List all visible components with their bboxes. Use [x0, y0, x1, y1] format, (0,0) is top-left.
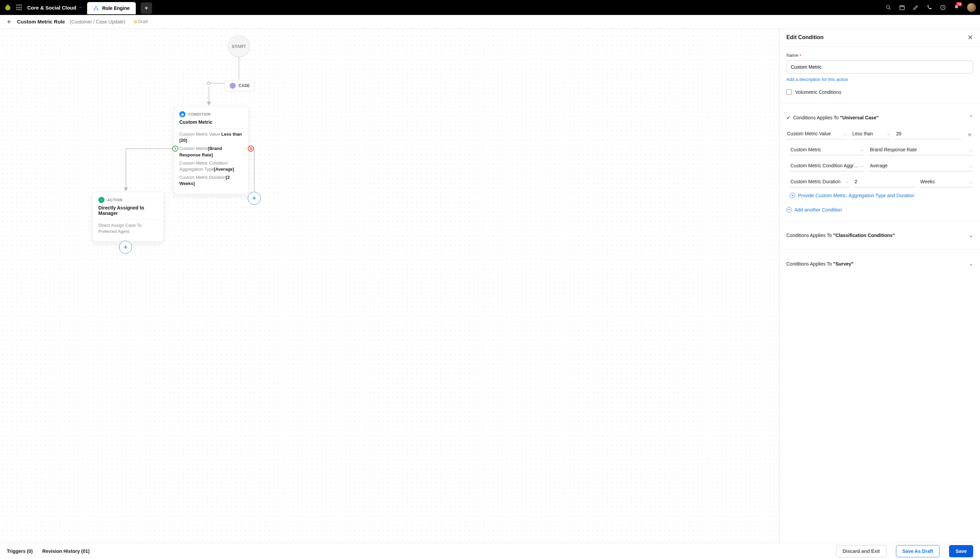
arrow-icon: → [98, 197, 104, 203]
workspace-name: Core & Social Cloud [27, 5, 76, 10]
divider [179, 128, 243, 129]
cond-line: Custom Metric Condition Aggregation Type… [179, 160, 243, 172]
tab-rule-engine[interactable]: Rule Engine [87, 2, 136, 14]
close-panel-button[interactable]: ✕ [967, 33, 973, 41]
back-button[interactable] [5, 18, 12, 25]
hierarchy-icon [93, 5, 99, 11]
edit-icon[interactable] [913, 5, 919, 10]
aggregation-value-select[interactable]: Average⌄ [869, 160, 973, 171]
svg-point-2 [97, 9, 98, 10]
add-node-button[interactable]: + [119, 241, 132, 254]
yes-branch: Y [172, 146, 178, 152]
duration-unit-select[interactable]: Weeks⌄ [920, 176, 973, 187]
svg-text:?: ? [942, 6, 944, 9]
cond-line: Custom Metric[Brand Response Rate] [179, 146, 243, 158]
calendar-icon[interactable] [899, 5, 905, 10]
cond-line: Custom Metric Value Less than [20] [179, 131, 243, 144]
metric-select[interactable]: Custom Metric⌄ [790, 144, 864, 155]
plus-icon: + [786, 207, 792, 213]
edit-condition-panel: Edit Condition ✕ Name• Add a description… [779, 28, 980, 542]
name-input[interactable] [786, 61, 973, 73]
topnav-actions: ? 74 [885, 3, 976, 12]
user-avatar[interactable] [967, 3, 976, 12]
field-select[interactable]: Custom Metric Value⌄ [786, 128, 847, 139]
panel-title: Edit Condition [786, 34, 824, 40]
condition-title: Custom Metric [179, 119, 243, 125]
page-meta: (Customer / Case Update) [70, 19, 125, 25]
operator-select[interactable]: Less than⌄ [852, 128, 891, 139]
svg-point-3 [886, 5, 889, 8]
triggers-tab[interactable]: Triggers (0) [7, 549, 33, 554]
connector-dot [207, 82, 210, 85]
app-logo [4, 4, 12, 11]
case-node[interactable]: CASE [225, 80, 255, 91]
volumetric-label: Volumetric Conditions [795, 89, 841, 95]
tab-label: Rule Engine [102, 5, 129, 11]
metric-value-select[interactable]: Brand Response Rate⌄ [869, 144, 973, 155]
section-universal-case[interactable]: ✓ Conditions Applies To "Universal Case"… [786, 111, 973, 123]
case-icon [230, 83, 236, 89]
name-label: Name• [786, 53, 973, 58]
phone-icon[interactable] [926, 5, 932, 10]
notifications-button[interactable]: 74 [953, 4, 960, 11]
no-branch: N [248, 146, 254, 152]
save-draft-button[interactable]: Save As Draft [896, 545, 940, 557]
condition-node[interactable]: ◆CONDITION Custom Metric Custom Metric V… [174, 106, 249, 194]
notification-badge: 74 [956, 2, 962, 7]
rule-canvas[interactable]: START CASE ◆CONDITION Custom Metric Cust… [0, 28, 779, 542]
svg-point-0 [96, 6, 97, 7]
cond-line: Custom Metric Duration[2 Weeks] [179, 174, 243, 187]
status-dot-icon [134, 20, 137, 23]
duration-number-input[interactable] [854, 176, 915, 187]
section-survey[interactable]: Conditions Applies To "Survey" ⌄ [786, 258, 973, 270]
add-node-button[interactable]: + [248, 192, 260, 205]
chevron-up-icon: ⌃ [969, 114, 973, 121]
search-icon[interactable] [885, 5, 892, 10]
app-switcher-icon[interactable] [17, 5, 22, 10]
plus-icon: + [790, 193, 795, 198]
add-condition-link[interactable]: +Add another Condition [786, 207, 973, 213]
chevron-down-icon: ⌄ [969, 232, 973, 238]
workspace-selector[interactable]: Core & Social Cloud [27, 5, 82, 10]
add-tab-button[interactable]: + [141, 2, 152, 14]
discard-button[interactable]: Discard and Exit [836, 545, 886, 557]
node-type-label: ◆CONDITION [179, 111, 243, 117]
connector-lines [0, 28, 779, 542]
add-description-link[interactable]: Add a description for this action [786, 77, 848, 82]
save-button[interactable]: Save [949, 545, 973, 557]
provide-metric-link[interactable]: +Provide Custom Metric, Aggregation Type… [786, 193, 973, 198]
start-node[interactable]: START [228, 35, 250, 57]
divider [98, 219, 158, 220]
page-title: Custom Metric Rule [17, 19, 65, 25]
section-classification[interactable]: Conditions Applies To "Classification Co… [786, 229, 973, 241]
footer-bar: Triggers (0) Revision History (01) Disca… [0, 542, 980, 559]
revision-history-tab[interactable]: Revision History (01) [42, 549, 90, 554]
aggregation-select[interactable]: Custom Metric Condition Aggre…⌄ [790, 160, 864, 171]
action-title: Directly Assigned to Manager [98, 205, 158, 216]
check-icon: ✓ [786, 115, 791, 121]
subheader: Custom Metric Rule (Customer / Case Upda… [0, 15, 980, 28]
help-icon[interactable]: ? [940, 5, 946, 10]
top-nav: Core & Social Cloud Rule Engine + ? 74 [0, 0, 980, 15]
action-desc: Direct Assign Case To Preferred Agent [98, 222, 158, 235]
svg-point-1 [94, 9, 95, 10]
status-badge: Draft [134, 19, 148, 24]
chevron-down-icon [78, 5, 82, 10]
diamond-icon: ◆ [179, 111, 186, 117]
volumetric-checkbox[interactable] [786, 89, 792, 95]
chevron-down-icon: ⌄ [969, 260, 973, 267]
action-node[interactable]: →ACTION Directly Assigned to Manager Dir… [93, 192, 164, 242]
remove-condition-button[interactable]: ✕ [966, 130, 973, 139]
node-type-label: →ACTION [98, 197, 158, 203]
duration-select[interactable]: Custom Metric Duration⌄ [790, 176, 849, 187]
value-input[interactable] [895, 128, 961, 139]
svg-rect-4 [900, 6, 904, 10]
